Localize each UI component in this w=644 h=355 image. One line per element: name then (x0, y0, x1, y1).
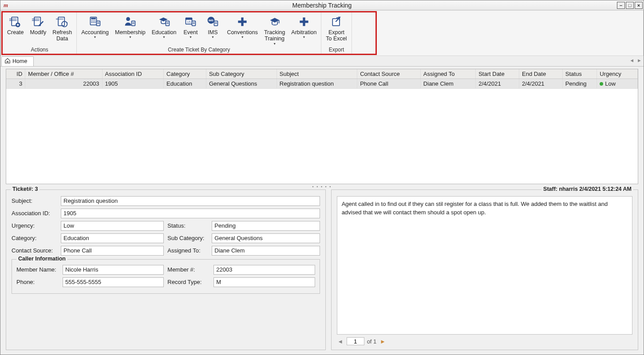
modify-button[interactable]: Modify (28, 14, 49, 46)
export-icon (330, 15, 343, 28)
refresh-button[interactable]: Refresh Data (50, 14, 75, 46)
col-header-category[interactable]: Category (164, 69, 206, 79)
svg-rect-20 (97, 21, 100, 26)
caller-info-title: Caller Information (16, 256, 67, 262)
ticket-number: 3 (35, 186, 38, 192)
col-header-urgency[interactable]: Urgency (597, 69, 638, 79)
notes-textarea[interactable]: Agent called in to find out if they can … (337, 196, 632, 335)
chevron-down-icon: ▼ (241, 36, 244, 38)
svg-rect-45 (300, 20, 308, 23)
svg-rect-42 (238, 20, 247, 23)
field-phone[interactable]: 555-555-5555 (63, 277, 164, 287)
export-label: Export To Excel (326, 29, 347, 42)
col-header-subject[interactable]: Subject (277, 69, 357, 79)
field-category[interactable]: Education (61, 233, 164, 243)
ribbon-group-label: Export (323, 46, 349, 53)
pager-page-input[interactable] (347, 337, 364, 345)
app-window: m Membership Tracking – □ × CreateModify… (0, 0, 644, 355)
window-buttons: – □ × (617, 2, 644, 9)
minimize-button[interactable]: – (617, 2, 625, 9)
arbitration-button[interactable]: Arbitration▼ (288, 14, 319, 46)
col-header-end-date[interactable]: End Date (519, 69, 562, 79)
svg-rect-33 (192, 21, 196, 26)
cell-assigned: Diane Clem (420, 79, 475, 88)
event-button[interactable]: 15Event▼ (180, 14, 201, 46)
tab-next-icon[interactable]: ► (637, 58, 642, 63)
membership-label: Membership (115, 29, 146, 36)
tab-prev-icon[interactable]: ◄ (629, 58, 634, 63)
create-label: Create (7, 29, 24, 36)
caller-info-panel: Caller Information Member Name: Nicole H… (12, 259, 320, 294)
pager-prev-icon[interactable]: ◄ (337, 338, 344, 345)
ribbon-group-label: Create Ticket By Category (79, 46, 319, 53)
close-button[interactable]: × (635, 2, 643, 9)
ribbon-group-create-ticket-by-category: Accounting▼Membership▼Education▼15Event▼… (77, 12, 321, 54)
tab-home[interactable]: Home (1, 56, 34, 66)
accounting-button[interactable]: Accounting▼ (79, 14, 111, 46)
conventions-button[interactable]: Conventions▼ (224, 14, 261, 46)
ticket-grid: IDMember / Office #Association IDCategor… (6, 69, 638, 184)
chevron-down-icon: ▼ (129, 36, 132, 38)
cell-member: 22003 (25, 79, 102, 88)
col-header-sub-category[interactable]: Sub Category (206, 69, 277, 79)
col-header-status[interactable]: Status (562, 69, 597, 79)
field-status[interactable]: Pending (212, 221, 320, 231)
label-source: Contact Source: (12, 247, 57, 254)
cell-urgency-text: Low (605, 80, 616, 87)
cal-doc-icon: 15 (184, 15, 197, 28)
label-assoc: Association ID: (12, 210, 57, 217)
education-button[interactable]: Education▼ (149, 14, 179, 46)
field-assoc[interactable]: 1905 (61, 209, 320, 218)
cell-subject: Registration question (277, 79, 357, 88)
ims-button[interactable]: IMSIMS▼ (202, 14, 223, 46)
pager-next-icon[interactable]: ► (379, 338, 386, 345)
svg-point-18 (93, 22, 94, 23)
table-row[interactable]: 3220031905EducationGeneral QuestionsRegi… (6, 79, 638, 88)
field-record-type[interactable]: M (213, 277, 315, 287)
field-assigned[interactable]: Diane Clem (212, 246, 320, 256)
col-header-id[interactable]: ID (6, 69, 25, 79)
ims-doc-icon: IMS (206, 15, 219, 28)
modify-label: Modify (30, 29, 47, 36)
plus-icon (297, 15, 311, 28)
titlebar: m Membership Tracking – □ × (0, 0, 644, 10)
create-button[interactable]: Create (4, 14, 27, 46)
col-header-start-date[interactable]: Start Date (476, 69, 519, 79)
chevron-down-icon: ▼ (94, 36, 97, 38)
cell-status: Pending (562, 79, 597, 88)
field-urgency[interactable]: Low (61, 221, 164, 231)
urgency-dot-icon (600, 82, 603, 86)
detail-area: Ticket#: 3 Subject: Registration questio… (6, 189, 638, 350)
ribbon-group-label: Actions (4, 46, 75, 53)
cell-assoc: 1905 (102, 79, 164, 88)
export-button[interactable]: Export To Excel (323, 14, 349, 46)
cell-id: 3 (6, 79, 25, 88)
ribbon-group-actions: CreateModifyRefresh DataActions (3, 12, 77, 54)
doc-pencil-icon (32, 15, 45, 28)
label-status: Status: (167, 222, 208, 229)
maximize-button[interactable]: □ (626, 2, 634, 9)
cell-source: Phone Call (357, 79, 421, 88)
ticket-detail-panel: Ticket#: 3 Subject: Registration questio… (6, 189, 326, 350)
svg-text:15: 15 (187, 20, 191, 24)
window-title: Membership Tracking (0, 2, 644, 9)
tracking-button[interactable]: Tracking Training▼ (261, 14, 288, 46)
field-member-name[interactable]: Nicole Harris (63, 265, 164, 275)
label-subcat: Sub Category: (167, 235, 208, 241)
membership-button[interactable]: Membership▼ (112, 14, 148, 46)
tracking-label: Tracking Training (264, 29, 285, 42)
svg-rect-24 (132, 21, 135, 26)
field-member-num[interactable]: 22003 (213, 265, 315, 275)
svg-text:IMS: IMS (209, 19, 213, 22)
field-subject[interactable]: Registration question (61, 196, 320, 206)
col-header-association-id[interactable]: Association ID (102, 69, 164, 79)
chevron-down-icon: ▼ (211, 36, 214, 38)
ticket-title: Ticket#: 3 (11, 186, 40, 192)
col-header-assigned-to[interactable]: Assigned To (420, 69, 475, 79)
label-assigned: Assigned To: (167, 247, 208, 254)
label-urgency: Urgency: (12, 222, 57, 229)
col-header-member-office-[interactable]: Member / Office # (25, 69, 102, 79)
field-subcat[interactable]: General Questions (212, 233, 320, 243)
field-source[interactable]: Phone Call (61, 246, 164, 256)
col-header-contact-source[interactable]: Contact Source (357, 69, 421, 79)
